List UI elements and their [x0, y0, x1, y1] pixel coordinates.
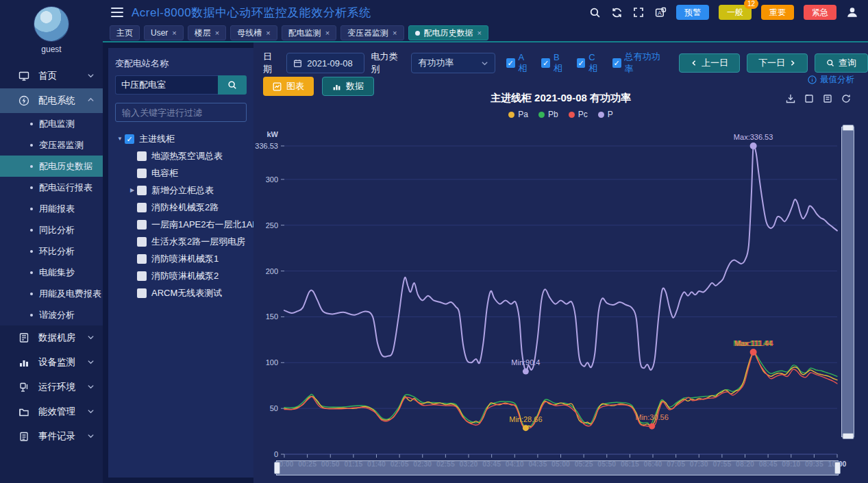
checkbox-checked-icon[interactable]: ✓ — [125, 134, 134, 144]
tab-6[interactable]: 变压器监测× — [340, 25, 404, 40]
sidebar-subitem-用能报表[interactable]: 用能报表 — [0, 198, 103, 219]
sidebar-subitem-配电监测[interactable]: 配电监测 — [0, 113, 103, 134]
refresh-icon[interactable] — [841, 93, 852, 104]
tree-node-电容柜[interactable]: 电容柜 — [115, 164, 247, 182]
marker-label: Max:111.44 — [734, 339, 773, 347]
tree-node-root[interactable]: ▼✓主进线柜 — [115, 130, 247, 147]
tree-node-消防喷淋机械泵1[interactable]: 消防喷淋机械泵1 — [115, 250, 247, 267]
tab-7[interactable]: 配电历史数据× — [408, 25, 488, 40]
datazoom-handle[interactable] — [274, 462, 280, 474]
tab-close-icon[interactable]: × — [325, 29, 330, 37]
datazoom-handle[interactable] — [834, 462, 841, 474]
checkbox-unchecked-icon[interactable] — [137, 220, 147, 230]
sidebar-subitem-电能集抄[interactable]: 电能集抄 — [0, 262, 103, 283]
sidebar-subitem-用能及电费报表[interactable]: 用能及电费报表 — [0, 283, 103, 304]
sidebar-subitem-谐波分析[interactable]: 谐波分析 — [0, 304, 103, 325]
user-icon[interactable] — [846, 6, 858, 18]
fullscreen-icon[interactable] — [632, 6, 645, 18]
sidebar-item-能效管理[interactable]: 能效管理 — [0, 399, 103, 424]
tree-node-消防喷淋机械泵2[interactable]: 消防喷淋机械泵2 — [115, 267, 247, 284]
checkbox-unchecked-icon[interactable] — [137, 186, 147, 195]
tab-1[interactable]: 主页 — [110, 25, 140, 40]
date-picker[interactable]: 2021-09-08 — [286, 53, 364, 73]
power-type-select[interactable]: 有功功率 — [411, 53, 495, 73]
station-search-button[interactable] — [218, 75, 247, 95]
max-analysis-link[interactable]: 最值分析 — [808, 74, 854, 86]
checkbox-C相[interactable]: ✓C相 — [577, 52, 603, 75]
checkbox-unchecked-icon[interactable] — [137, 203, 147, 212]
checkbox-unchecked-icon[interactable] — [137, 151, 147, 161]
legend-label: Pc — [578, 110, 588, 119]
legend-item-Pc[interactable]: Pc — [569, 110, 588, 119]
checkbox-unchecked-icon[interactable] — [137, 271, 147, 281]
tab-5[interactable]: 配电监测× — [282, 25, 336, 40]
checkbox-unchecked-icon[interactable] — [137, 254, 147, 264]
tree-node-新增分立柜总表[interactable]: ▶新增分立柜总表 — [115, 182, 247, 199]
legend-item-Pb[interactable]: Pb — [538, 110, 558, 119]
tree-filter-input[interactable] — [115, 103, 247, 122]
tab-label: 配电历史数据 — [424, 27, 473, 39]
sidebar-item-首页[interactable]: 首页 — [0, 64, 103, 88]
tab-close-icon[interactable]: × — [172, 29, 176, 37]
alert-button-3[interactable]: 重要 — [761, 5, 794, 20]
station-input[interactable] — [115, 75, 218, 95]
bullet-icon — [30, 208, 33, 210]
chevron-left-icon — [691, 60, 697, 66]
sidebar-subitem-配电运行报表[interactable]: 配电运行报表 — [0, 177, 103, 198]
search-icon[interactable] — [588, 6, 601, 18]
tree-node-消防栓机械泵2路[interactable]: 消防栓机械泵2路 — [115, 199, 247, 216]
marker-label: Min:28.66 — [509, 415, 542, 423]
datazoom-handle[interactable] — [842, 125, 854, 131]
prev-day-button[interactable]: 上一日 — [679, 53, 740, 73]
restore-icon[interactable] — [804, 93, 815, 104]
checkbox-B相[interactable]: ✓B相 — [541, 52, 567, 75]
calendar-icon — [293, 59, 302, 68]
tab-close-icon[interactable]: × — [478, 29, 482, 37]
sidebar-subitem-同比分析[interactable]: 同比分析 — [0, 219, 103, 240]
tab-2[interactable]: User× — [144, 25, 184, 40]
checkbox-总有功功率[interactable]: ✓总有功功率 — [612, 51, 665, 75]
checkbox-unchecked-icon[interactable] — [137, 288, 147, 298]
tree-expand-icon[interactable]: ▼ — [115, 136, 125, 142]
sidebar-subitem-配电历史数据[interactable]: 配电历史数据 — [0, 156, 103, 177]
checkbox-unchecked-icon[interactable] — [137, 237, 147, 247]
checkbox-A相[interactable]: ✓A相 — [506, 52, 532, 75]
data-view-icon[interactable] — [822, 93, 833, 104]
header-right: A预警一般12重要紧急 — [588, 5, 868, 20]
tree-node-ARCM无线表测试[interactable]: ARCM无线表测试 — [115, 284, 247, 301]
horizontal-datazoom-slider[interactable] — [276, 460, 839, 475]
sidebar-item-配电系统[interactable]: 配电系统 — [0, 88, 103, 113]
tab-4[interactable]: 母线槽× — [230, 25, 277, 40]
hamburger-icon[interactable] — [111, 8, 123, 17]
sidebar-subitem-环比分析[interactable]: 环比分析 — [0, 240, 103, 262]
translate-icon[interactable]: A — [654, 6, 667, 18]
next-day-button[interactable]: 下一日 — [747, 53, 808, 73]
sidebar-subitem-变压器监测[interactable]: 变压器监测 — [0, 134, 103, 156]
avatar[interactable] — [34, 6, 69, 42]
tab-close-icon[interactable]: × — [393, 29, 397, 37]
refresh-icon[interactable] — [610, 6, 623, 18]
tab-3[interactable]: 楼层× — [188, 25, 226, 40]
alert-button-4[interactable]: 紧急 — [804, 5, 836, 20]
sidebar-subitem-label: 环比分析 — [39, 245, 75, 258]
tab-close-icon[interactable]: × — [266, 29, 270, 37]
tab-close-icon[interactable]: × — [215, 29, 219, 37]
query-button[interactable]: 查询 — [815, 53, 868, 73]
tree-node-一层南1APE2右一层北1APE1左[interactable]: 一层南1APE2右一层北1APE1左 — [115, 216, 247, 233]
checkbox-unchecked-icon[interactable] — [137, 169, 147, 178]
sidebar-item-运行环境[interactable]: 运行环境 — [0, 375, 103, 399]
tree-collapse-icon[interactable]: ▶ — [127, 187, 137, 193]
vertical-datazoom-slider[interactable] — [841, 127, 854, 437]
alert-button-1[interactable]: 预警 — [676, 5, 709, 20]
legend-item-Pa[interactable]: Pa — [508, 110, 528, 119]
datazoom-handle[interactable] — [842, 433, 854, 439]
sidebar-item-事件记录[interactable]: 事件记录 — [0, 424, 103, 449]
legend-item-P[interactable]: P — [598, 110, 613, 119]
sidebar-item-设备监测[interactable]: 设备监测 — [0, 350, 103, 375]
sidebar-item-数据机房[interactable]: 数据机房 — [0, 325, 103, 350]
download-icon[interactable] — [785, 93, 796, 104]
alert-button-2[interactable]: 一般12 — [719, 5, 752, 20]
tree-node-生活水泵2路一层弱电房[interactable]: 生活水泵2路一层弱电房 — [115, 233, 247, 250]
tree-node-地源热泵空调总表[interactable]: 地源热泵空调总表 — [115, 147, 247, 164]
tab-label: 变压器监测 — [347, 27, 388, 39]
